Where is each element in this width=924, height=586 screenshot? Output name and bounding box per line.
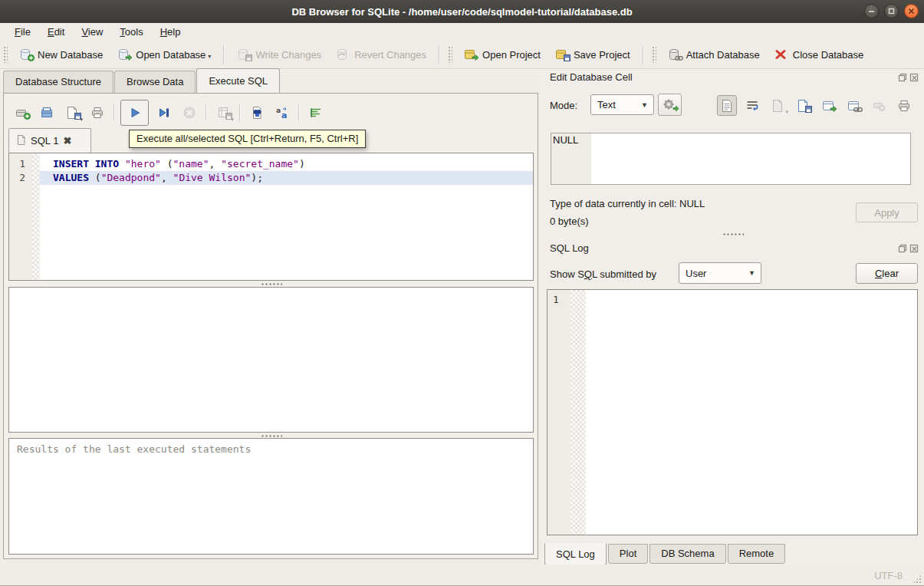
sql-toolbar: ▾ [8, 98, 328, 127]
status-bar: UTF-8 [0, 565, 924, 586]
chevron-down-icon: ▼ [748, 269, 755, 277]
save-project-button[interactable]: Save Project [547, 43, 637, 66]
window-controls [864, 4, 919, 18]
apply-button: Apply [856, 202, 918, 222]
menubar: File Edit View Tools Help [0, 23, 924, 41]
chevron-down-icon: ▼ [641, 101, 648, 109]
save-sql-file-button[interactable]: ▾ [61, 103, 82, 123]
sql-document-tab[interactable]: SQL 1 ✖ [8, 128, 91, 153]
close-dock-icon[interactable] [909, 73, 919, 82]
save-results-icon [216, 106, 230, 120]
menu-help[interactable]: Help [152, 24, 189, 40]
auto-apply-button[interactable] [658, 94, 682, 116]
tab-execute-sql[interactable]: Execute SQL [196, 68, 280, 93]
save-results-button: ▾ [212, 103, 233, 123]
execute-line-icon [157, 106, 171, 120]
close-button[interactable] [904, 4, 919, 18]
attach-database-button[interactable]: Attach Database [660, 43, 767, 66]
save-sql-dropdown-caret-icon[interactable]: ▾ [80, 117, 83, 123]
log-fold-margin [571, 290, 586, 535]
execute-all-button[interactable] [120, 100, 149, 126]
print-sql-button[interactable] [87, 103, 107, 123]
bottom-dock-tab-bar: SQL Log Plot DB Schema Remote [544, 543, 787, 565]
results-grid-pane[interactable] [8, 287, 534, 433]
sql-editor[interactable]: 1 2 INSERT INTO "hero" ("name", "secret_… [8, 153, 534, 281]
toolbar-separator [206, 104, 206, 121]
menu-file[interactable]: File [6, 24, 39, 40]
tab-db-schema[interactable]: DB Schema [649, 544, 725, 564]
log-line-number: 1 [547, 293, 571, 306]
revert-changes-icon [335, 48, 349, 61]
main-toolbar: New Database Open Database ▾ Write Chang… [0, 41, 924, 69]
toolbar-handle[interactable] [448, 46, 452, 63]
open-database-button[interactable]: Open Database ▾ [110, 43, 218, 66]
menu-view[interactable]: View [73, 24, 111, 40]
menu-edit[interactable]: Edit [39, 24, 73, 40]
save-cell-dropdown-caret-icon: ▾ [785, 109, 788, 115]
tab-browse-data[interactable]: Browse Data [114, 71, 196, 93]
tab-database-structure[interactable]: Database Structure [3, 71, 113, 93]
right-panel: Edit Database Cell Mode: Text ▼ [541, 69, 924, 565]
editor-results-splitter[interactable] [8, 282, 534, 286]
minimize-button[interactable] [864, 4, 879, 18]
resize-grip[interactable] [912, 574, 922, 584]
format-sql-icon [309, 106, 323, 120]
execute-line-button[interactable] [153, 103, 174, 123]
clear-log-button[interactable]: Clear [856, 263, 918, 284]
revert-changes-button: Revert Changes [328, 43, 433, 66]
tab-sql-log[interactable]: SQL Log [544, 543, 607, 565]
tab-remote[interactable]: Remote [728, 544, 786, 564]
code-area[interactable]: INSERT INTO "hero" ("name", "secret_name… [40, 153, 533, 280]
import-cell-button[interactable] [793, 95, 813, 116]
stop-execution-button [179, 103, 199, 123]
save-results-dropdown-caret-icon: ▾ [231, 117, 234, 123]
svg-text:a: a [281, 110, 287, 120]
results-message-pane[interactable]: Results of the last executed statements [8, 438, 534, 555]
write-changes-icon [236, 48, 250, 61]
new-database-button[interactable]: New Database [12, 43, 110, 66]
open-sql-file-icon [40, 106, 54, 120]
find-button[interactable] [246, 103, 267, 123]
print-cell-button[interactable] [894, 95, 914, 116]
cell-size-info: 0 byte(s) [550, 216, 589, 227]
maximize-icon [888, 8, 895, 15]
text-mode-button[interactable] [717, 95, 737, 116]
close-database-button[interactable]: Close Database [767, 43, 871, 66]
toolbar-handle[interactable] [3, 46, 8, 63]
format-sql-button[interactable] [305, 103, 326, 123]
close-sql-tab-icon[interactable]: ✖ [63, 135, 71, 146]
word-wrap-button[interactable] [742, 95, 762, 116]
write-changes-button: Write Changes [229, 43, 328, 66]
open-database-dropdown-caret-icon[interactable]: ▾ [208, 53, 211, 60]
right-panel-splitter[interactable] [541, 232, 924, 236]
menu-tools[interactable]: Tools [111, 24, 151, 40]
mode-select[interactable]: Text ▼ [590, 94, 654, 115]
open-in-external-button[interactable] [843, 95, 863, 116]
new-sql-tab-button[interactable] [11, 103, 31, 123]
splitter-handle-dots [722, 233, 744, 235]
replace-icon: aa [275, 106, 289, 120]
float-dock-icon[interactable] [898, 73, 907, 82]
float-dock-icon[interactable] [898, 244, 907, 253]
new-sql-tab-icon [15, 106, 28, 120]
open-project-button[interactable]: Open Project [456, 43, 547, 66]
maximize-button[interactable] [884, 4, 899, 18]
tab-plot[interactable]: Plot [608, 544, 648, 564]
close-dock-icon[interactable] [909, 244, 919, 253]
cell-content-editor[interactable]: NULL [551, 133, 911, 185]
open-database-icon [117, 48, 130, 61]
sql-log-dock-controls [898, 244, 919, 253]
gear-icon [663, 98, 677, 112]
line-number: 2 [9, 171, 32, 185]
open-sql-file-button[interactable] [36, 103, 57, 123]
toolbar-separator [643, 45, 643, 64]
code-line-2: VALUES ("Deadpond", "Dive Wilson"); [40, 171, 533, 185]
cell-editor-toolbar: ▾ [717, 95, 919, 116]
execute-tooltip: Execute all/selected SQL [Ctrl+Return, F… [129, 130, 366, 148]
sql-log-view[interactable]: 1 [547, 289, 918, 535]
titlebar[interactable]: DB Browser for SQLite - /home/user/code/… [0, 0, 924, 23]
export-cell-button[interactable] [818, 95, 838, 116]
toolbar-handle[interactable] [652, 46, 656, 63]
log-filter-select[interactable]: User ▼ [679, 262, 761, 284]
replace-button[interactable]: aa [271, 103, 292, 123]
